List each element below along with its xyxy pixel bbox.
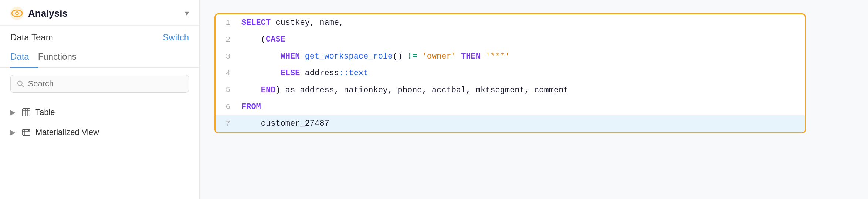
data-team-label: Data Team: [10, 32, 53, 43]
line-num-1: 1: [216, 15, 238, 31]
line-num-3: 3: [216, 49, 238, 65]
line-content-5: END) as address, nationkey, phone, acctb…: [238, 82, 576, 99]
app-title: Analysis: [28, 8, 68, 19]
table-label: Table: [35, 107, 55, 117]
main-content: 1 SELECT custkey, name, 2 (CASE 3 WHEN g…: [200, 0, 868, 199]
search-icon: [17, 80, 24, 88]
tab-data[interactable]: Data: [10, 46, 38, 68]
code-line-6: 6 FROM: [216, 99, 805, 115]
code-line-1: 1 SELECT custkey, name,: [216, 14, 805, 31]
line-content-1: SELECT custkey, name,: [238, 14, 351, 31]
table-icon: [22, 108, 30, 116]
search-area: [0, 68, 199, 99]
search-box: [10, 75, 189, 93]
line-num-4: 4: [216, 65, 238, 82]
sidebar-item-materialized-view[interactable]: ▶ Materialized View: [0, 122, 199, 142]
sidebar-header: Analysis ▾: [0, 0, 199, 26]
line-num-7: 7: [216, 116, 238, 132]
code-block: 1 SELECT custkey, name, 2 (CASE 3 WHEN g…: [216, 14, 805, 132]
svg-point-3: [16, 13, 18, 14]
line-num-5: 5: [216, 82, 238, 98]
line-content-3: WHEN get_workspace_role() != 'owner' THE…: [238, 48, 517, 65]
code-line-5: 5 END) as address, nationkey, phone, acc…: [216, 82, 805, 99]
line-num-2: 2: [216, 31, 238, 48]
code-line-3: 3 WHEN get_workspace_role() != 'owner' T…: [216, 48, 805, 65]
tabs-row: Data Functions: [0, 46, 199, 68]
line-content-4: ELSE address::text: [238, 65, 376, 82]
data-team-row: Data Team Switch: [0, 26, 199, 46]
svg-point-14: [28, 130, 30, 131]
logo-area: Analysis: [10, 7, 68, 20]
line-content-6: FROM: [238, 99, 268, 115]
materialized-view-label: Materialized View: [35, 127, 99, 137]
code-line-4: 4 ELSE address::text: [216, 65, 805, 82]
materialized-view-icon: [22, 128, 30, 136]
search-input[interactable]: [28, 79, 183, 89]
code-line-7: 7 customer_27487: [216, 115, 805, 132]
tab-functions[interactable]: Functions: [38, 46, 85, 68]
switch-button[interactable]: Switch: [163, 32, 189, 43]
chevron-down-icon[interactable]: ▾: [185, 9, 189, 18]
line-num-6: 6: [216, 99, 238, 115]
mat-view-chevron-icon: ▶: [10, 128, 16, 136]
nav-items: ▶ Table ▶ Materialized View: [0, 99, 199, 145]
sidebar-item-table[interactable]: ▶ Table: [0, 102, 199, 122]
line-content-7: customer_27487: [238, 115, 337, 132]
table-chevron-icon: ▶: [10, 108, 16, 116]
sidebar: Analysis ▾ Data Team Switch Data Functio…: [0, 0, 200, 199]
svg-line-5: [22, 85, 24, 87]
logo-icon: [10, 7, 24, 20]
code-line-2: 2 (CASE: [216, 31, 805, 48]
code-editor[interactable]: 1 SELECT custkey, name, 2 (CASE 3 WHEN g…: [214, 13, 806, 133]
svg-rect-6: [23, 109, 30, 116]
line-content-2: (CASE: [238, 31, 293, 48]
